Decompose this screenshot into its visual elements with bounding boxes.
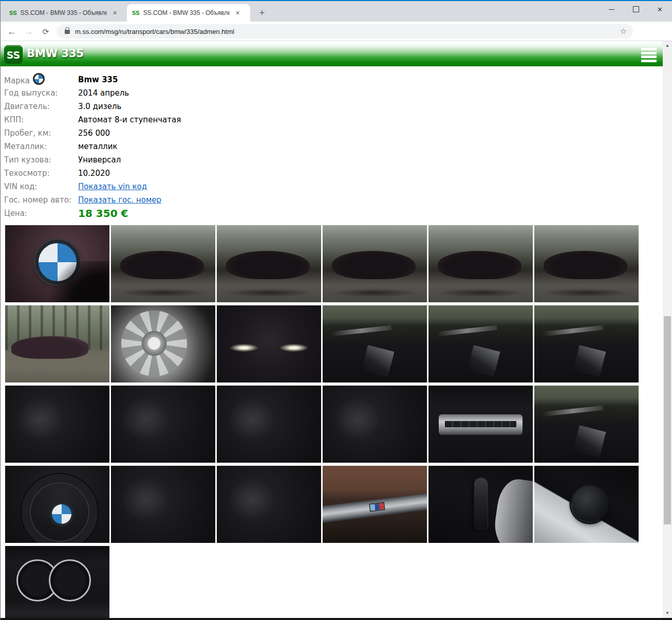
- detail-row-inspection: Техосмотр:10.2020: [4, 167, 659, 180]
- close-window-button[interactable]: ✕: [648, 1, 672, 17]
- detail-value: 10.2020: [78, 169, 110, 178]
- detail-label: КПП:: [4, 113, 78, 126]
- photo-thumbnail-11[interactable]: [428, 305, 533, 382]
- detail-row-brand: МаркаBmw 335: [4, 73, 659, 86]
- photo-thumbnail-24[interactable]: [534, 466, 639, 543]
- photo-thumbnail-17[interactable]: [428, 386, 533, 463]
- browser-window: SS SS.COM - BMW 335 - Объявления ✕ SS SS…: [0, 0, 672, 620]
- photo-thumbnail-5[interactable]: [428, 225, 533, 302]
- site-header: SS BMW 335: [0, 43, 663, 66]
- photo-thumbnail-9[interactable]: [217, 305, 321, 382]
- url-text[interactable]: m.ss.com/msg/ru/transport/cars/bmw/335/a…: [75, 28, 620, 35]
- photo-thumbnail-8[interactable]: [111, 305, 215, 382]
- new-tab-button[interactable]: +: [256, 7, 268, 20]
- forward-button[interactable]: →: [22, 25, 35, 39]
- scrollbar[interactable]: ▲ ▼: [663, 41, 672, 618]
- photo-thumbnail-16[interactable]: [323, 386, 427, 463]
- close-tab-icon[interactable]: ✕: [111, 9, 119, 17]
- detail-value: 256 000: [78, 129, 110, 138]
- maximize-icon: [633, 6, 639, 12]
- lock-icon: [65, 30, 70, 34]
- detail-row-body: Тип кузова:Универсал: [4, 153, 659, 167]
- page-content: SS BMW 335 МаркаBmw 335Год выпуска:2014 …: [0, 41, 663, 618]
- scrollbar-thumb[interactable]: [664, 316, 671, 524]
- detail-label: Цена:: [4, 207, 78, 220]
- detail-label: Техосмотр:: [4, 167, 78, 180]
- window-bottom-border: [0, 618, 672, 620]
- bookmark-star-icon[interactable]: ☆: [620, 27, 627, 36]
- detail-label: Металлик:: [4, 140, 78, 153]
- window-controls: ✕: [600, 1, 672, 17]
- window-left-border: [0, 0, 1, 620]
- photo-thumbnail-10[interactable]: [323, 305, 427, 382]
- detail-label: Пробег, км:: [4, 126, 78, 140]
- detail-label: Марка: [4, 73, 78, 87]
- ss-favicon: SS: [9, 10, 17, 16]
- ss-logo[interactable]: SS: [4, 45, 23, 64]
- detail-value: 3.0 дизель: [78, 102, 121, 111]
- tab-title: SS.COM - BMW 335 - Объявления: [21, 9, 107, 16]
- close-tab-icon[interactable]: ✕: [234, 9, 242, 17]
- show-plate-link[interactable]: Показать гос. номер: [78, 195, 161, 205]
- detail-row-engine: Двигатель:3.0 дизель: [4, 100, 659, 113]
- scroll-up-icon[interactable]: ▲: [663, 42, 672, 49]
- photo-thumbnail-1[interactable]: [5, 225, 109, 302]
- page-title: BMW 335: [27, 47, 84, 60]
- photo-thumbnail-20[interactable]: [111, 466, 215, 543]
- detail-row-vin: VIN код:Показать vin код: [4, 180, 659, 193]
- photo-thumbnail-3[interactable]: [217, 225, 321, 302]
- detail-label: Год выпуска:: [4, 86, 78, 100]
- detail-row-price: Цена:18 350 €: [4, 207, 659, 220]
- photo-thumbnail-6[interactable]: [534, 225, 639, 302]
- photo-thumbnail-23[interactable]: [428, 466, 533, 543]
- detail-row-metallic: Металлик:металлик: [4, 140, 659, 153]
- detail-value: металлик: [78, 142, 117, 151]
- detail-label: Двигатель:: [4, 100, 78, 113]
- detail-value: Автомат 8-и ступенчатая: [78, 115, 181, 124]
- address-bar[interactable]: m.ss.com/msg/ru/transport/cars/bmw/335/a…: [57, 24, 633, 39]
- photo-thumbnail-12[interactable]: [534, 305, 639, 382]
- tab-2[interactable]: SS SS.COM - BMW 335 - Объявления ✕: [127, 4, 250, 22]
- photo-thumbnail-19[interactable]: [5, 466, 109, 543]
- detail-label: Гос. номер авто:: [4, 193, 78, 207]
- photo-thumbnail-2[interactable]: [111, 225, 215, 302]
- browser-toolbar: ← → ⟳ m.ss.com/msg/ru/transport/cars/bmw…: [0, 22, 672, 41]
- reload-button[interactable]: ⟳: [39, 25, 52, 39]
- photo-thumbnail-7[interactable]: [5, 305, 109, 382]
- detail-value: 18 350 €: [78, 207, 128, 220]
- photo-thumbnail-21[interactable]: [217, 466, 321, 543]
- tab-title: SS.COM - BMW 335 - Объявления: [143, 9, 230, 16]
- photo-thumbnail-4[interactable]: [323, 225, 427, 302]
- photo-thumbnail-25[interactable]: [5, 546, 109, 618]
- detail-row-plate: Гос. номер авто:Показать гос. номер: [4, 193, 659, 207]
- tab-1[interactable]: SS SS.COM - BMW 335 - Объявления ✕: [4, 4, 123, 22]
- photo-grid: [5, 225, 663, 618]
- show-vin-link[interactable]: Показать vin код: [78, 182, 147, 191]
- detail-value: Универсал: [78, 155, 121, 165]
- minimize-icon: [609, 9, 614, 10]
- detail-row-gearbox: КПП:Автомат 8-и ступенчатая: [4, 113, 659, 126]
- scroll-down-icon[interactable]: ▼: [663, 610, 672, 617]
- photo-thumbnail-15[interactable]: [217, 386, 321, 463]
- maximize-button[interactable]: [624, 1, 648, 17]
- ss-favicon: SS: [132, 10, 140, 16]
- photo-thumbnail-14[interactable]: [111, 386, 215, 463]
- photo-thumbnail-22[interactable]: [323, 466, 427, 543]
- tab-strip: SS SS.COM - BMW 335 - Объявления ✕ SS SS…: [0, 1, 672, 22]
- detail-row-mileage: Пробег, км:256 000: [4, 126, 659, 140]
- photo-thumbnail-13[interactable]: [5, 386, 109, 463]
- detail-label: Тип кузова:: [4, 153, 78, 167]
- details-list: МаркаBmw 335Год выпуска:2014 апрельДвига…: [0, 66, 663, 222]
- detail-value: Bmw 335: [78, 75, 118, 84]
- window-top-border: [0, 0, 672, 1]
- back-button[interactable]: ←: [5, 25, 18, 39]
- photo-thumbnail-18[interactable]: [534, 386, 639, 463]
- bmw-roundel-icon: [33, 73, 45, 85]
- detail-row-year: Год выпуска:2014 апрель: [4, 86, 659, 100]
- menu-button[interactable]: [641, 48, 657, 62]
- minimize-button[interactable]: [600, 1, 624, 17]
- detail-value: 2014 апрель: [78, 88, 129, 98]
- detail-label: VIN код:: [4, 180, 78, 193]
